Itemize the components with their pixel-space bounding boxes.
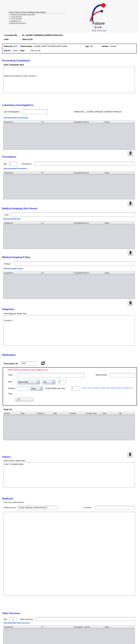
column-header: Drug ID bbox=[4, 412, 20, 415]
lab-table-header: Department ID Investigation/Service Stat… bbox=[4, 120, 135, 124]
drug-suggestion-warning: Please select the Drug from Drug suggess… bbox=[8, 369, 48, 371]
column-header: Department bbox=[4, 120, 41, 124]
chevron-down-icon: ▼ bbox=[37, 380, 40, 384]
column-header: Investigation / Service bbox=[73, 626, 104, 629]
company-email: E: jude@future.sc bbox=[9, 20, 69, 22]
frequency-select[interactable]: OD ▼ bbox=[42, 380, 55, 384]
uss-clear-button[interactable] bbox=[128, 250, 133, 256]
advice-textarea[interactable]: SEND TO MAMMOGRAM bbox=[3, 462, 135, 488]
futurecare-logo: Future C♥re Body Mind Soul bbox=[87, 0, 109, 32]
column-header: Way bbox=[52, 412, 69, 415]
patient-name: Patient Name : GITANE JOSETTE MARGUERITE… bbox=[20, 45, 69, 47]
procedures-qty-input[interactable] bbox=[9, 162, 17, 166]
column-header: Note bbox=[102, 412, 118, 415]
column-header: ID bbox=[41, 120, 73, 124]
drug-list-table: Drug ID Drug Fequency Way Duration Durat… bbox=[3, 412, 135, 440]
xray-input[interactable] bbox=[14, 262, 134, 266]
column-header: ID bbox=[41, 626, 73, 629]
patient-id: Patient ID :8457 bbox=[4, 45, 18, 47]
drug-list-clear-button[interactable] bbox=[127, 451, 133, 457]
column-header: Duration Type bbox=[86, 412, 102, 415]
complaints-textarea[interactable]: BREAST USS REPORT TODAY: BI-RADS 3 bbox=[3, 67, 135, 93]
patient-age: Age : 66 bbox=[85, 45, 93, 47]
xray-clear-button[interactable] bbox=[128, 300, 133, 306]
company-phone-1: T: +24 82 593 593 bbox=[9, 16, 69, 18]
trash-icon bbox=[129, 251, 132, 254]
trash-icon bbox=[129, 151, 132, 155]
special-notes-input[interactable] bbox=[110, 373, 135, 377]
other-services-input[interactable] bbox=[36, 617, 134, 621]
uss-field-label: USS : bbox=[4, 214, 10, 216]
drug-list-table-header: Drug ID Drug Fequency Way Duration Durat… bbox=[4, 412, 135, 415]
column-header: Investigation/Service bbox=[73, 222, 104, 225]
column-header: ID bbox=[41, 172, 73, 174]
way-qty-input[interactable] bbox=[58, 380, 66, 384]
duration-unit-select[interactable]: Day/s ▼ bbox=[30, 386, 43, 390]
other-qty-input[interactable] bbox=[9, 617, 17, 621]
recommended-procedures-label: Recommended Procedures bbox=[4, 168, 27, 170]
xray-table-header: Department ID Investigation/Service Stat… bbox=[4, 272, 135, 275]
prescription-id-label: Prescription ID : bbox=[4, 362, 19, 365]
section-title-xray: Medical Imaging X-Ray bbox=[2, 256, 30, 259]
prescription-id-input[interactable] bbox=[21, 361, 36, 366]
add-drug-button[interactable]: Add Drug bbox=[15, 397, 34, 402]
per-meal-input[interactable] bbox=[71, 386, 80, 390]
column-header: Investigation/Service bbox=[73, 172, 104, 174]
column-header: ID bbox=[41, 222, 73, 225]
prescription-refresh-button[interactable] bbox=[40, 361, 46, 366]
refresh-icon bbox=[40, 361, 46, 366]
column-header: Department bbox=[4, 272, 41, 275]
drug-input[interactable] bbox=[18, 373, 84, 378]
reffering-doctor-label: Reffering Doctor bbox=[4, 507, 16, 508]
column-header: Status bbox=[104, 626, 135, 629]
consultant-label: Consultant bbox=[84, 507, 92, 508]
column-header: Department bbox=[4, 222, 41, 225]
logo-word-future: Future bbox=[92, 21, 105, 26]
uss-table-header: Department ID Investigation/Service Stat… bbox=[4, 222, 135, 225]
consulted-by-label: Consulted By bbox=[4, 34, 20, 36]
procedures-input[interactable] bbox=[35, 162, 134, 166]
section-title-medication: Medication bbox=[2, 354, 16, 356]
logo-word-care: C♥re bbox=[94, 26, 102, 29]
column-header: Status bbox=[104, 172, 135, 174]
lab-clear-button[interactable] bbox=[128, 150, 133, 156]
column-header: Status bbox=[104, 272, 135, 275]
company-info: Future Care by Future Holdings (Pty) Lim… bbox=[9, 11, 69, 24]
refferal-select-label: Select the needed Refferal bbox=[4, 502, 24, 503]
patient-gender: Gender : Female bbox=[102, 45, 116, 47]
drug-list-label: Drug List bbox=[4, 408, 12, 410]
uss-input[interactable] bbox=[12, 212, 134, 217]
section-title-laboratory: Laboratory Investigations bbox=[2, 104, 33, 107]
consultant-input[interactable] bbox=[95, 506, 135, 509]
duration-input[interactable] bbox=[18, 386, 28, 390]
chevron-down-icon: ▼ bbox=[40, 386, 43, 390]
column-header: Duration bbox=[69, 412, 86, 415]
company-title: Future Care by Future Holdings (Pty) Lim… bbox=[9, 11, 66, 14]
reffering-doctor-input[interactable] bbox=[18, 506, 58, 509]
procedures-clear-button[interactable] bbox=[128, 200, 133, 206]
section-title-diagnosis: Diagnosis bbox=[2, 308, 14, 311]
lab-results-table: Department ID Investigation/Service Stat… bbox=[3, 120, 135, 150]
column-header: Qty bbox=[118, 412, 135, 415]
meal-timing-select[interactable]: Before Meal ▼ bbox=[18, 380, 40, 384]
company-phone-2: T: +24 84 225 252 bbox=[9, 18, 69, 20]
diagnosis-label: Enter Diagnosis Details Here bbox=[4, 312, 27, 315]
refferal-list-box[interactable] bbox=[3, 512, 135, 596]
xray-field-label: X-Rays : bbox=[4, 263, 11, 265]
heart-icon: ♥ bbox=[97, 26, 98, 29]
trash-icon bbox=[129, 301, 132, 304]
column-header: Department bbox=[4, 172, 41, 174]
other-services-table: Department ID Investigation / Service St… bbox=[3, 626, 135, 644]
diagnosis-textarea[interactable]: BI-RADS 3 bbox=[3, 316, 135, 346]
company-number: Company No.8417652-2 bbox=[9, 22, 69, 24]
section-title-advice: Advice bbox=[2, 456, 10, 458]
consulted-by-row: Consulted By:Dr. LEONEL ENRIQUE GUERRA R… bbox=[4, 34, 63, 36]
visit-date: Date: 2024-10-29 bbox=[20, 50, 40, 52]
way-label: Way bbox=[8, 381, 12, 383]
advice-label: Enter Doctor's Advice Here bbox=[4, 460, 25, 462]
consult-block: Consulted By:Dr. LEONEL ENRIQUE GUERRA R… bbox=[4, 34, 63, 42]
recommended-other-services-label: Recommended Other Services bbox=[4, 622, 30, 624]
lab-investigation-input[interactable] bbox=[22, 110, 48, 114]
xray-table: Department ID Investigation/Service Stat… bbox=[3, 271, 135, 299]
complaints-label: Enter Complaints Here bbox=[4, 64, 24, 66]
